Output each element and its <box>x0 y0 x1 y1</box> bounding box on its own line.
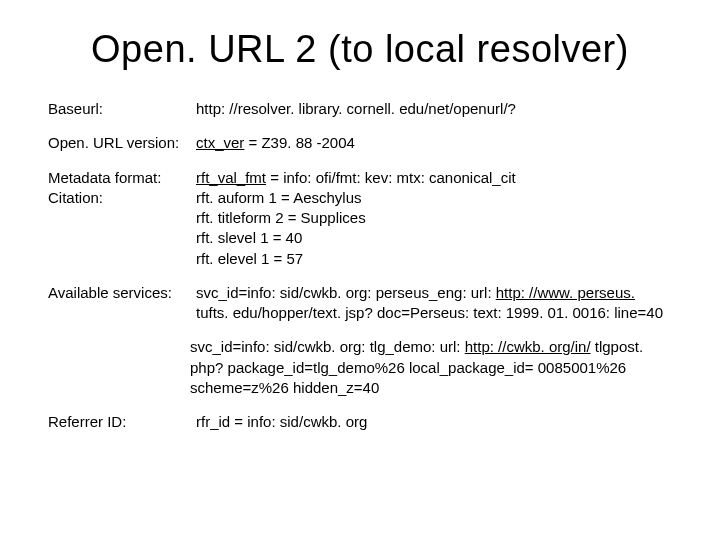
label-metadata-2: Citation: <box>48 189 103 206</box>
metadata-line-1: rft_val_fmt = info: ofi/fmt: kev: mtx: c… <box>196 168 672 188</box>
row-version: Open. URL version: ctx_ver = Z39. 88 -20… <box>48 133 672 153</box>
label-version: Open. URL version: <box>48 133 196 153</box>
service2-url: http: //cwkb. org/in/ <box>465 338 591 355</box>
metadata-line-3: rft. titleform 2 = Supplices <box>196 208 672 228</box>
metadata-l1-key: rft_val_fmt <box>196 169 266 186</box>
value-metadata: rft_val_fmt = info: ofi/fmt: kev: mtx: c… <box>196 168 672 269</box>
slide: Open. URL 2 (to local resolver) Baseurl:… <box>0 0 720 540</box>
label-services: Available services: <box>48 283 196 303</box>
service1-line2: tufts. edu/hopper/text. jsp? doc=Perseus… <box>196 303 672 323</box>
label-metadata: Metadata format: Citation: <box>48 168 196 209</box>
row-metadata: Metadata format: Citation: rft_val_fmt =… <box>48 168 672 269</box>
value-referrer: rfr_id = info: sid/cwkb. org <box>196 412 672 432</box>
row-services: Available services: svc_id=info: sid/cwk… <box>48 283 672 324</box>
service1-line1: svc_id=info: sid/cwkb. org: perseus_eng:… <box>196 283 672 303</box>
service1-prefix: svc_id=info: sid/cwkb. org: perseus_eng:… <box>196 284 496 301</box>
value-version-rest: = Z39. 88 -2004 <box>244 134 355 151</box>
service1-url: http: //www. perseus. <box>496 284 635 301</box>
value-baseurl: http: //resolver. library. cornell. edu/… <box>196 99 672 119</box>
label-baseurl: Baseurl: <box>48 99 196 119</box>
label-metadata-1: Metadata format: <box>48 169 161 186</box>
metadata-line-4: rft. slevel 1 = 40 <box>196 228 672 248</box>
value-services-1: svc_id=info: sid/cwkb. org: perseus_eng:… <box>196 283 672 324</box>
row-baseurl: Baseurl: http: //resolver. library. corn… <box>48 99 672 119</box>
metadata-l1-rest: = info: ofi/fmt: kev: mtx: canonical_cit <box>266 169 516 186</box>
slide-title: Open. URL 2 (to local resolver) <box>48 28 672 71</box>
value-version: ctx_ver = Z39. 88 -2004 <box>196 133 672 153</box>
service2-prefix: svc_id=info: sid/cwkb. org: tlg_demo: ur… <box>190 338 465 355</box>
service2-line1: svc_id=info: sid/cwkb. org: tlg_demo: ur… <box>190 338 591 355</box>
value-services-2: svc_id=info: sid/cwkb. org: tlg_demo: ur… <box>190 337 672 398</box>
value-version-key: ctx_ver <box>196 134 244 151</box>
row-referrer: Referrer ID: rfr_id = info: sid/cwkb. or… <box>48 412 672 432</box>
metadata-line-2: rft. auform 1 = Aeschylus <box>196 188 672 208</box>
metadata-line-5: rft. elevel 1 = 57 <box>196 249 672 269</box>
label-referrer: Referrer ID: <box>48 412 196 432</box>
